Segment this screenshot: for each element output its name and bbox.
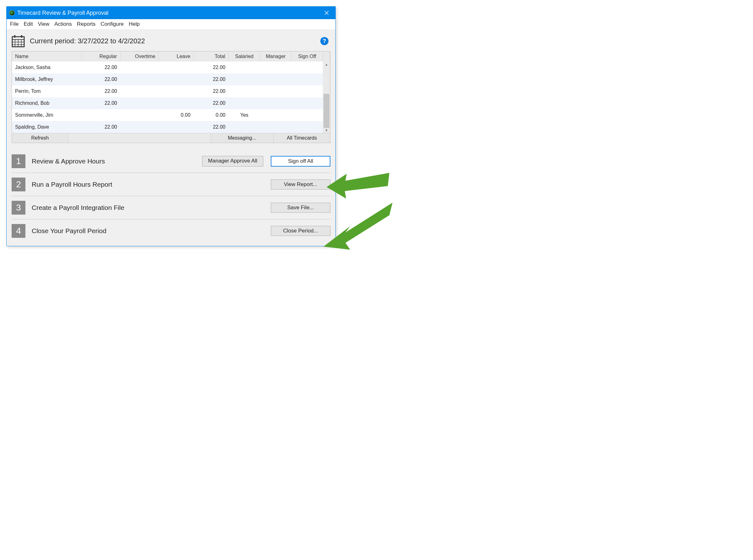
cell-signoff bbox=[292, 61, 323, 74]
table-row[interactable]: Richmond, Bob22.0022.00 bbox=[12, 97, 330, 109]
help-button[interactable]: ? bbox=[320, 37, 329, 45]
cell-regular: 22.00 bbox=[82, 61, 120, 74]
step-label: Close Your Payroll Period bbox=[32, 227, 106, 235]
step-number: 1 bbox=[12, 154, 25, 168]
cell-manager bbox=[260, 109, 292, 121]
menu-file[interactable]: File bbox=[8, 20, 21, 28]
cell-salaried bbox=[229, 121, 260, 133]
col-leave[interactable]: Leave bbox=[159, 52, 194, 61]
menu-view[interactable]: View bbox=[36, 20, 52, 28]
scrollbar[interactable]: ▲▼ bbox=[323, 61, 330, 133]
all-timecards-button[interactable]: All Timecards bbox=[274, 133, 330, 143]
content-area: Current period: 3/27/2022 to 4/2/2022 ? … bbox=[6, 29, 335, 246]
cell-signoff bbox=[292, 85, 323, 97]
cell-overtime bbox=[120, 109, 159, 121]
manager-approve-all-button[interactable]: Manager Approve All bbox=[202, 156, 263, 166]
col-total[interactable]: Total bbox=[194, 52, 229, 61]
cell-overtime bbox=[120, 74, 159, 85]
cell-leave bbox=[159, 121, 194, 133]
cell-total: 22.00 bbox=[194, 121, 229, 133]
cell-overtime bbox=[120, 85, 159, 97]
table-row[interactable]: Sommerville, Jim0.000.00Yes bbox=[12, 109, 330, 121]
menu-actions[interactable]: Actions bbox=[52, 20, 74, 28]
menu-help[interactable]: Help bbox=[126, 20, 142, 28]
table-row[interactable]: Jackson, Sasha22.0022.00▲▼ bbox=[12, 61, 330, 74]
cell-signoff bbox=[292, 97, 323, 109]
cell-total: 22.00 bbox=[194, 74, 229, 85]
step-1: 1Review & Approve HoursManager Approve A… bbox=[12, 150, 330, 173]
step-number: 2 bbox=[12, 178, 25, 192]
table-row[interactable]: Spalding, Dave22.0022.00 bbox=[12, 121, 330, 133]
col-overtime[interactable]: Overtime bbox=[120, 52, 159, 61]
svg-rect-1 bbox=[14, 35, 15, 38]
menubar: File Edit View Actions Reports Configure… bbox=[6, 19, 335, 29]
view-report-button[interactable]: View Report... bbox=[271, 179, 330, 189]
cell-leave bbox=[159, 74, 194, 85]
window-close-button[interactable] bbox=[320, 6, 333, 19]
col-salaried[interactable]: Salaried bbox=[229, 52, 260, 61]
cell-manager bbox=[260, 61, 292, 74]
cell-leave bbox=[159, 97, 194, 109]
close-icon bbox=[324, 11, 329, 15]
cell-regular: 22.00 bbox=[82, 85, 120, 97]
scroll-up-icon[interactable]: ▲ bbox=[323, 61, 330, 67]
step-label: Create a Payroll Integration File bbox=[32, 204, 124, 212]
cell-salaried bbox=[229, 61, 260, 74]
save-file-button[interactable]: Save File... bbox=[271, 203, 330, 213]
cell-salaried bbox=[229, 85, 260, 97]
timecard-grid: Name Regular Overtime Leave Total Salari… bbox=[12, 51, 330, 143]
help-icon: ? bbox=[323, 38, 326, 44]
cell-overtime bbox=[120, 61, 159, 74]
cell-total: 22.00 bbox=[194, 61, 229, 74]
cell-total: 0.00 bbox=[194, 109, 229, 121]
table-row[interactable]: Perrin, Tom22.0022.00 bbox=[12, 85, 330, 97]
window-title: Timecard Review & Payroll Approval bbox=[17, 10, 108, 16]
arrow-annotation-icon bbox=[326, 173, 389, 201]
sign-off-all-button[interactable]: Sign off All bbox=[271, 156, 330, 166]
close-period-button[interactable]: Close Period... bbox=[271, 226, 330, 236]
cell-regular: 22.00 bbox=[82, 97, 120, 109]
step-3: 3Create a Payroll Integration FileSave F… bbox=[12, 196, 330, 220]
table-row[interactable]: Millbrook, Jeffrey22.0022.00 bbox=[12, 74, 330, 85]
scroll-thumb[interactable] bbox=[323, 94, 329, 128]
step-number: 4 bbox=[12, 224, 25, 238]
cell-signoff bbox=[292, 74, 323, 85]
cell-name: Millbrook, Jeffrey bbox=[12, 74, 82, 85]
cell-leave: 0.00 bbox=[159, 109, 194, 121]
messaging-button[interactable]: Messaging... bbox=[211, 133, 274, 143]
cell-manager bbox=[260, 74, 292, 85]
cell-manager bbox=[260, 121, 292, 133]
cell-name: Sommerville, Jim bbox=[12, 109, 82, 121]
col-signoff[interactable]: Sign Off bbox=[292, 52, 323, 61]
cell-name: Richmond, Bob bbox=[12, 97, 82, 109]
period-row: Current period: 3/27/2022 to 4/2/2022 ? bbox=[11, 35, 332, 51]
cell-leave bbox=[159, 61, 194, 74]
period-label: Current period: 3/27/2022 to 4/2/2022 bbox=[30, 37, 145, 45]
col-name[interactable]: Name bbox=[12, 52, 82, 61]
menu-edit[interactable]: Edit bbox=[21, 20, 35, 28]
col-regular[interactable]: Regular bbox=[82, 52, 120, 61]
cell-salaried: Yes bbox=[229, 109, 260, 121]
cell-leave bbox=[159, 85, 194, 97]
step-2: 2Run a Payroll Hours ReportView Report..… bbox=[12, 173, 330, 196]
col-manager[interactable]: Manager bbox=[260, 52, 292, 61]
app-icon bbox=[9, 10, 15, 16]
scroll-down-icon[interactable]: ▼ bbox=[323, 127, 330, 133]
cell-overtime bbox=[120, 121, 159, 133]
cell-signoff bbox=[292, 121, 323, 133]
cell-name: Spalding, Dave bbox=[12, 121, 82, 133]
step-number: 3 bbox=[12, 201, 25, 215]
refresh-button[interactable]: Refresh bbox=[12, 133, 68, 143]
menu-reports[interactable]: Reports bbox=[75, 20, 98, 28]
cell-name: Perrin, Tom bbox=[12, 85, 82, 97]
menu-configure[interactable]: Configure bbox=[99, 20, 126, 28]
calendar-icon bbox=[12, 35, 25, 47]
step-label: Review & Approve Hours bbox=[32, 158, 105, 165]
cell-manager bbox=[260, 85, 292, 97]
svg-rect-2 bbox=[21, 35, 22, 38]
cell-regular bbox=[82, 109, 120, 121]
cell-regular: 22.00 bbox=[82, 74, 120, 85]
titlebar: Timecard Review & Payroll Approval bbox=[6, 6, 335, 19]
step-label: Run a Payroll Hours Report bbox=[32, 181, 112, 188]
cell-total: 22.00 bbox=[194, 97, 229, 109]
